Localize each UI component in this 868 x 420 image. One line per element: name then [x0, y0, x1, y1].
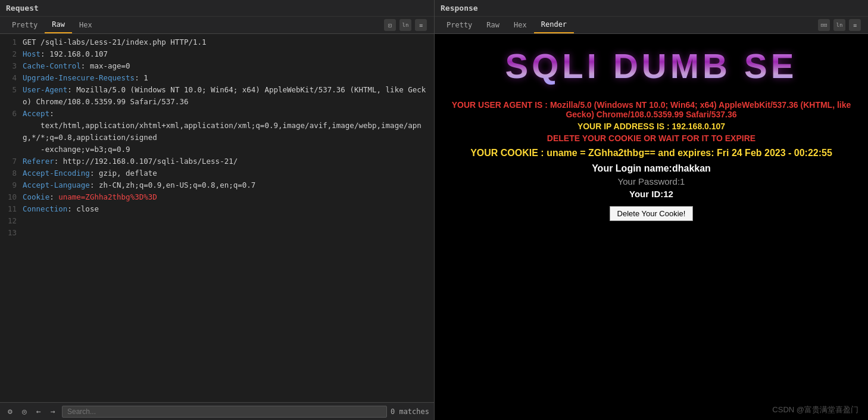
- match-count: 0 matches: [391, 407, 429, 416]
- settings-icon[interactable]: ⚙: [5, 406, 15, 417]
- r-icon-1[interactable]: ⊡⊡: [818, 19, 830, 31]
- tab-render[interactable]: Render: [534, 17, 574, 33]
- login-name-label: Your Login name:: [592, 163, 672, 173]
- code-line-12: 12: [0, 215, 434, 227]
- ip-value: 192.168.0.107: [672, 122, 726, 131]
- user-agent-value: Mozilla/5.0 (Windows NT 10.0; Win64; x64…: [550, 100, 851, 119]
- code-line-13: 13: [0, 227, 434, 239]
- ip-line: YOUR IP ADDRESS IS : 192.168.0.107: [441, 122, 862, 131]
- tab-pretty[interactable]: Pretty: [5, 17, 45, 33]
- cookie-line: YOUR COOKIE : uname = ZGhha2thbg== and e…: [441, 148, 862, 158]
- menu-icon[interactable]: ≡: [415, 19, 427, 31]
- user-agent-label: YOUR USER AGENT IS :: [452, 100, 548, 110]
- forward-icon[interactable]: →: [48, 406, 58, 417]
- password-label: Your Password:: [618, 176, 680, 186]
- code-line-10: 10 Cookie: uname=ZGhha2thbg%3D%3D: [0, 191, 434, 203]
- id-value: 12: [663, 189, 673, 199]
- search-input[interactable]: [62, 406, 387, 418]
- back-icon[interactable]: ←: [33, 406, 44, 417]
- tab-raw[interactable]: Raw: [45, 17, 72, 33]
- response-tabs-bar: Pretty Raw Hex Render ⊡⊡ ln ≡: [435, 17, 868, 34]
- code-line-8: 8 Accept-Encoding: gzip, deflate: [0, 167, 434, 179]
- tab-pretty[interactable]: Pretty: [439, 17, 479, 33]
- request-tabs-bar: Pretty Raw Hex ⊡ ln ≡: [0, 17, 434, 34]
- code-line-3: 3 Cache-Control: max-age=0: [0, 60, 434, 72]
- code-line-1: 1 GET /sqli-labs/Less-21/index.php HTTP/…: [0, 36, 434, 48]
- code-line-11: 11 Connection: close: [0, 203, 434, 215]
- sqli-title: SQLI DUMB SE: [441, 46, 862, 86]
- login-name-value: dhakkan: [672, 163, 711, 173]
- delete-cookie-msg: DELETE YOUR COOKIE OR WAIT FOR IT TO EXP…: [441, 133, 862, 143]
- wrap-icon[interactable]: ⊡: [384, 19, 396, 31]
- r-ln-icon[interactable]: ln: [833, 19, 845, 31]
- response-panel-wrapper: Response Pretty Raw Hex Render ⊡⊡ ln ≡ S…: [435, 0, 868, 420]
- delete-cookie-button[interactable]: Delete Your Cookie!: [610, 206, 694, 221]
- request-panel: Request Pretty Raw Hex ⊡ ln ≡ 1 GET /sql…: [0, 0, 435, 420]
- r-menu-icon[interactable]: ≡: [849, 19, 861, 31]
- info-block: YOUR USER AGENT IS : Mozilla/5.0 (Window…: [441, 100, 862, 221]
- ip-label: YOUR IP ADDRESS IS :: [577, 122, 670, 131]
- request-header: Request: [0, 0, 434, 17]
- login-name-line: Your Login name:dhakkan: [441, 163, 862, 174]
- search-bar: ⚙ ◎ ← → 0 matches: [0, 402, 434, 420]
- code-line-9: 9 Accept-Language: zh-CN,zh;q=0.9,en-US;…: [0, 179, 434, 191]
- password-line: Your Password:1: [441, 176, 862, 186]
- tab-hex[interactable]: Hex: [72, 17, 99, 33]
- code-line-7: 7 Referer: http://192.168.0.107/sqli-lab…: [0, 155, 434, 167]
- ln-icon[interactable]: ln: [399, 19, 411, 31]
- code-line-5: 5 User-Agent: Mozilla/5.0 (Windows NT 10…: [0, 84, 434, 108]
- tab-hex[interactable]: Hex: [507, 17, 534, 33]
- request-code-area: 1 GET /sqli-labs/Less-21/index.php HTTP/…: [0, 34, 434, 402]
- target-icon[interactable]: ◎: [19, 406, 30, 417]
- render-area: SQLI DUMB SE YOUR USER AGENT IS : Mozill…: [435, 34, 868, 420]
- code-line-4: 4 Upgrade-Insecure-Requests: 1: [0, 72, 434, 84]
- password-value: 1: [680, 176, 685, 186]
- response-header: Response: [435, 0, 868, 17]
- id-line: Your ID:12: [441, 189, 862, 199]
- id-label: Your ID:: [629, 189, 663, 199]
- user-agent-line: YOUR USER AGENT IS : Mozilla/5.0 (Window…: [441, 100, 862, 119]
- tab-raw[interactable]: Raw: [479, 17, 507, 33]
- code-line-2: 2 Host: 192.168.0.107: [0, 48, 434, 60]
- code-line-6: 6 Accept: text/html,application/xhtml+xm…: [0, 108, 434, 155]
- watermark: CSDN @富贵满堂喜盈门: [772, 405, 858, 415]
